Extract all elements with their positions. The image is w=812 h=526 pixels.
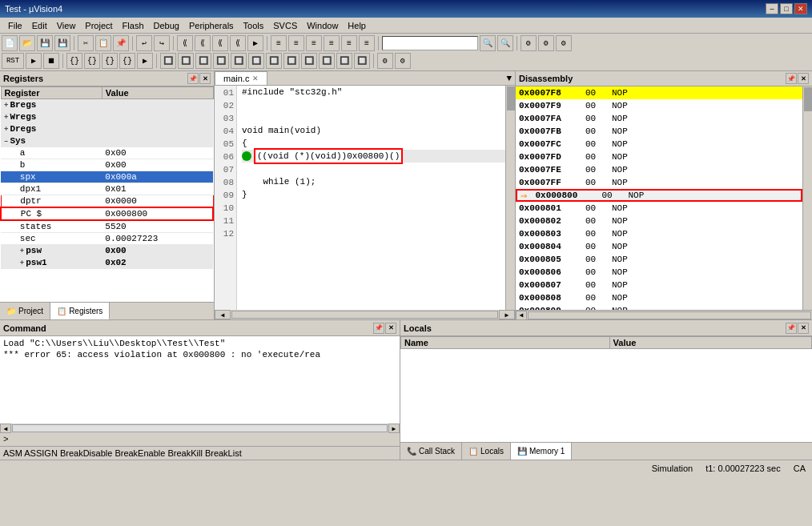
hscroll-right[interactable]: ▶ <box>499 310 515 319</box>
tb-r10[interactable]: 🔲 <box>213 53 229 69</box>
tb-b4[interactable]: ⟪ <box>230 35 246 51</box>
code-scrollbar-v[interactable] <box>505 86 515 310</box>
tb-r2[interactable]: ⏹ <box>43 53 59 69</box>
disasm-row-000800[interactable]: ⇒ 0x000800 00 NOP <box>516 189 802 202</box>
tb-r19[interactable]: ⚙ <box>377 53 393 69</box>
disasm-row-000802[interactable]: 0x000802 00 NOP <box>516 215 802 227</box>
disasm-row-000804[interactable]: 0x000804 00 NOP <box>516 240 802 253</box>
tb-r16[interactable]: 🔲 <box>319 53 335 69</box>
disasm-row-000807[interactable]: 0x000807 00 NOP <box>516 279 802 291</box>
tb-r7[interactable]: 🔲 <box>160 53 176 69</box>
disasm-row-000808[interactable]: 0x000808 00 NOP <box>516 291 802 304</box>
menu-peripherals[interactable]: Peripherals <box>184 20 239 31</box>
command-hscrollbar[interactable]: ◀ ▶ <box>0 424 400 433</box>
tb-debug3[interactable]: ⚙ <box>556 35 572 51</box>
tb-b2[interactable]: ⟪ <box>195 35 211 51</box>
disasm-row-0007fe[interactable]: 0x0007FE 00 NOP <box>516 163 802 176</box>
tb-r15[interactable]: 🔲 <box>301 53 317 69</box>
tab-close-icon[interactable]: ✕ <box>252 74 259 82</box>
menu-svcs[interactable]: SVCS <box>268 20 302 31</box>
reg-group-wregs[interactable]: +Wregs <box>1 111 213 123</box>
command-close-button[interactable]: ✕ <box>385 323 396 334</box>
disasm-row-0007f9[interactable]: 0x0007F9 00 NOP <box>516 99 802 112</box>
tab-memory-1[interactable]: 💾 Memory 1 <box>511 443 572 460</box>
reg-group-dregs[interactable]: +Dregs <box>1 123 213 135</box>
tb-paste[interactable]: 📌 <box>113 35 129 51</box>
tb-r11[interactable]: 🔲 <box>231 53 247 69</box>
code-scrollbar-thumb[interactable] <box>507 86 515 110</box>
disasm-row-0007f8[interactable]: 0x0007F8 00 NOP <box>516 86 802 99</box>
reg-group-bregs[interactable]: +Bregs <box>1 99 213 111</box>
menu-project[interactable]: Project <box>80 20 117 31</box>
locals-close-button[interactable]: ✕ <box>798 323 809 334</box>
tb-b6[interactable]: ≡ <box>271 35 287 51</box>
reg-group-sys[interactable]: –Sys <box>1 135 213 147</box>
panel-close-button[interactable]: ✕ <box>199 73 211 84</box>
tb-debug1[interactable]: ⚙ <box>521 35 537 51</box>
hscroll-left[interactable]: ◀ <box>215 310 231 319</box>
reg-row-a[interactable]: a0x00 <box>1 147 213 159</box>
menu-flash[interactable]: Flash <box>118 20 149 31</box>
tab-project[interactable]: 📁 Project <box>0 303 50 319</box>
disasm-row-0007fa[interactable]: 0x0007FA 00 NOP <box>516 112 802 125</box>
tb-new[interactable]: 📄 <box>2 35 18 51</box>
tb-undo[interactable]: ↩ <box>136 35 152 51</box>
menu-file[interactable]: File <box>3 20 27 31</box>
disasm-row-000809[interactable]: 0x000809 00 NOP <box>516 304 802 310</box>
disasm-scrollbar-thumb[interactable] <box>804 87 812 111</box>
disasm-row-000805[interactable]: 0x000805 00 NOP <box>516 253 802 266</box>
reg-row-states[interactable]: states5520 <box>1 220 213 233</box>
tb-b1[interactable]: ⟪ <box>177 35 193 51</box>
tb-rst[interactable]: RST <box>2 53 24 69</box>
tb-b11[interactable]: ≡ <box>359 35 375 51</box>
tb-b9[interactable]: ≡ <box>324 35 340 51</box>
menu-view[interactable]: View <box>52 20 81 31</box>
tb-r12[interactable]: 🔲 <box>248 53 264 69</box>
panel-pin-button[interactable]: 📌 <box>187 73 199 84</box>
menu-window[interactable]: Window <box>302 20 343 31</box>
tb-save[interactable]: 💾 <box>37 35 53 51</box>
disasm-row-0007fd[interactable]: 0x0007FD 00 NOP <box>516 151 802 163</box>
search-input[interactable] <box>382 36 478 50</box>
tab-locals[interactable]: 📋 Locals <box>462 443 511 460</box>
tb-r17[interactable]: 🔲 <box>336 53 352 69</box>
close-button[interactable]: ✕ <box>794 3 807 14</box>
reg-row-dpx1[interactable]: dpx10x01 <box>1 183 213 195</box>
disasm-row-0007fc[interactable]: 0x0007FC 00 NOP <box>516 138 802 151</box>
cmd-hscroll-left[interactable]: ◀ <box>0 424 11 433</box>
disasm-scrollbar-v[interactable] <box>802 86 812 310</box>
tb-r1[interactable]: ▶ <box>26 53 42 69</box>
reg-row-psw1[interactable]: +psw10x02 <box>1 257 213 269</box>
disasm-row-000801[interactable]: 0x000801 00 NOP <box>516 202 802 215</box>
locals-pin-button[interactable]: 📌 <box>786 323 797 334</box>
tb-cut[interactable]: ✂ <box>78 35 94 51</box>
disasm-row-0007ff[interactable]: 0x0007FF 00 NOP <box>516 176 802 189</box>
menu-tools[interactable]: Tools <box>239 20 269 31</box>
disasm-hscroll-left[interactable]: ◀ <box>516 311 527 320</box>
reg-row-b[interactable]: b0x00 <box>1 159 213 171</box>
tb-b3[interactable]: ⟪ <box>212 35 228 51</box>
command-pin-button[interactable]: 📌 <box>373 323 384 334</box>
tb-r13[interactable]: 🔲 <box>266 53 282 69</box>
tab-registers[interactable]: 📋 Registers <box>50 303 110 319</box>
tb-b5[interactable]: ▶ <box>247 35 263 51</box>
disasm-hscrollbar[interactable]: ◀ <box>516 310 812 319</box>
code-tab-main[interactable]: main.c ✕ <box>215 71 267 85</box>
tb-search[interactable]: 🔍 <box>480 35 496 51</box>
tb-r14[interactable]: 🔲 <box>283 53 299 69</box>
menu-edit[interactable]: Edit <box>27 20 52 31</box>
reg-row-sec[interactable]: sec0.00027223 <box>1 233 213 245</box>
tab-scroll-arrow[interactable]: ▼ <box>503 72 515 85</box>
tb-b8[interactable]: ≡ <box>306 35 322 51</box>
reg-row-dptr[interactable]: dptr0x0000 <box>1 195 213 208</box>
tb-debug2[interactable]: ⚙ <box>538 35 554 51</box>
minimize-button[interactable]: – <box>766 3 778 14</box>
reg-row-psw[interactable]: +psw0x00 <box>1 245 213 257</box>
reg-row-spx[interactable]: spx0x000a <box>1 171 213 183</box>
menu-debug[interactable]: Debug <box>149 20 184 31</box>
disasm-row-0007fb[interactable]: 0x0007FB 00 NOP <box>516 125 802 138</box>
disasm-pin-button[interactable]: 📌 <box>786 73 797 84</box>
tb-save2[interactable]: 💾 <box>54 35 70 51</box>
tb-r8[interactable]: 🔲 <box>178 53 194 69</box>
tb-r18[interactable]: 🔲 <box>354 53 370 69</box>
